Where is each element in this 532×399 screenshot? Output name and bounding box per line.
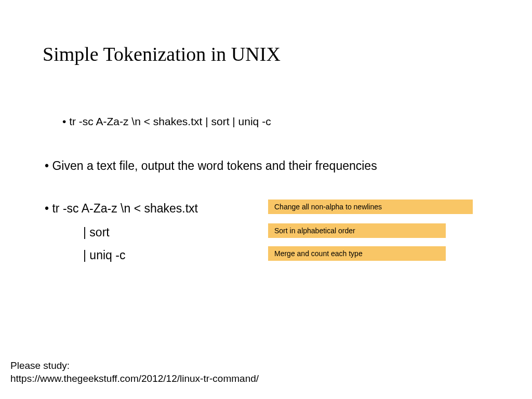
slide: Simple Tokenization in UNIX tr -sc A-Za-… bbox=[0, 0, 532, 399]
footer-line2: https://www.thegeekstuff.com/2012/12/lin… bbox=[10, 372, 259, 385]
bullet-step-tr: tr -sc A-Za-z \n < shakes.txt bbox=[45, 202, 198, 216]
bullet-step-sort: | sort bbox=[83, 225, 110, 240]
bullet-description: Given a text file, output the word token… bbox=[45, 159, 377, 173]
footer-study-link: Please study: https://www.thegeekstuff.c… bbox=[10, 359, 259, 385]
footer-line1: Please study: bbox=[10, 359, 259, 373]
annotation-uniq: Merge and count each type bbox=[268, 246, 446, 261]
bullet-step-uniq: | uniq -c bbox=[83, 248, 125, 262]
bullet-command-full: tr -sc A-Za-z \n < shakes.txt | sort | u… bbox=[62, 115, 271, 128]
slide-title: Simple Tokenization in UNIX bbox=[43, 43, 281, 65]
annotation-tr: Change all non-alpha to newlines bbox=[268, 200, 473, 214]
annotation-sort: Sort in alphabetical order bbox=[268, 223, 446, 238]
